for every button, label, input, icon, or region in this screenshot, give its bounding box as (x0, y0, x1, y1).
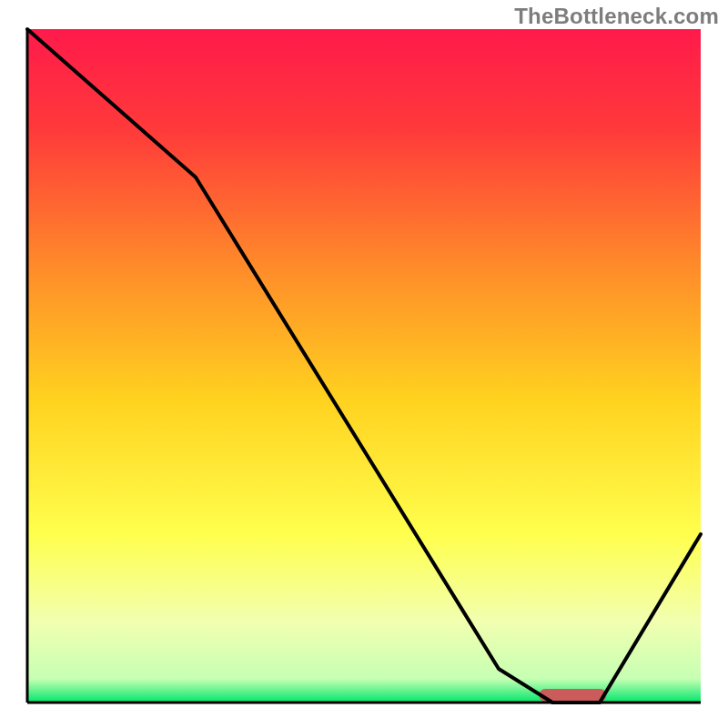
chart-container: TheBottleneck.com (0, 0, 728, 728)
bottleneck-chart (0, 0, 728, 728)
gradient-background (27, 29, 701, 703)
